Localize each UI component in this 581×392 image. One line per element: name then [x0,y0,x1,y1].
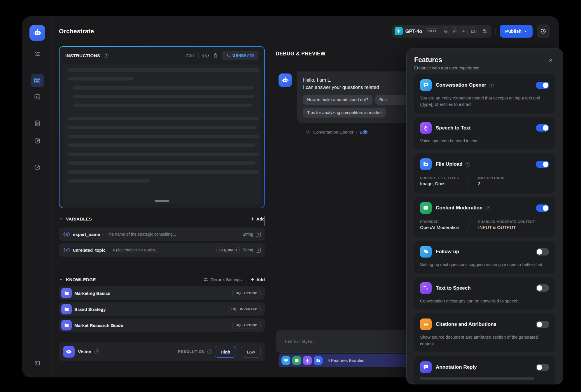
help-icon[interactable]: ? [489,83,494,88]
content-moderation-toggle[interactable] [536,204,549,212]
knowledge-badge: HQ · INVERTED [228,306,261,312]
model-selector[interactable]: GPT-4o CHAT [392,25,491,38]
variable-insert-icon[interactable]: {x} [202,53,209,58]
sidebar [22,16,52,377]
resize-handle[interactable] [155,200,169,202]
knowledge-badge: HQ · HYBRID [232,290,261,296]
variable-icon: {x} [63,248,70,252]
eye-icon [63,346,75,358]
string-type-icon: T [256,232,261,237]
file-upload-icon [420,158,432,170]
help-icon[interactable]: ? [486,206,490,210]
publish-button[interactable]: Publish [500,25,533,38]
history-button[interactable] [537,24,550,38]
knowledge-section-header: KNOWLEDGE Rerank Settings Add [59,274,265,285]
conversation-opener-toggle[interactable] [536,82,549,89]
sidebar-collapse-button[interactable] [31,356,44,370]
rerank-settings-button[interactable]: Rerank Settings [203,277,242,282]
follow-up-toggle[interactable] [536,248,549,256]
feature-card-text-to-speech: Text to Speech Conversation messages can… [414,277,555,309]
variable-row[interactable]: {x} expert_name · The name of the strate… [59,228,265,241]
sidebar-item-annotations[interactable] [31,134,44,148]
speech-to-text-toggle[interactable] [536,124,549,132]
generate-button[interactable]: GENERATE [222,51,258,60]
variable-desc: A placeholder for topics... [112,248,214,252]
variable-type: String [242,232,253,237]
knowledge-badge: HQ · HYBRID [232,322,261,328]
separator: · [103,232,104,237]
citations-toggle[interactable] [536,321,549,328]
folder-icon [61,304,72,314]
scrollbar-thumb[interactable] [264,216,265,226]
sidebar-item-orchestrate[interactable] [31,47,44,61]
separator: · [108,247,110,253]
resolution-low-button[interactable]: Low [241,346,261,358]
help-icon[interactable]: ? [466,162,470,167]
moderation-icon [420,202,432,214]
variable-type: String [242,248,253,252]
feature-title: Follow-up [436,249,459,255]
model-params-icon[interactable] [482,28,488,34]
help-icon[interactable]: ? [94,349,99,354]
variables-section-header: VARIABLES Add [59,214,265,224]
knowledge-name: Marketing Basics [74,291,110,296]
annotation-reply-toggle[interactable] [536,364,549,371]
variable-row[interactable]: {x} unrelated_topic · A placeholder for … [59,243,265,257]
help-icon[interactable]: ? [207,349,212,354]
model-mode-badge: CHAT [425,28,439,34]
feature-title: Annotation Reply [436,364,477,370]
suggestion-chip[interactable]: Bes [375,95,408,105]
sidebar-item-monitoring[interactable] [31,161,44,174]
feature-card-speech-to-text: Speech to Text Voice input can be used i… [414,117,555,149]
knowledge-item[interactable]: Brand Strategy HQ · INVERTED [59,302,265,316]
vision-card: Vision ? RESOLUTION ? High Low [59,342,265,361]
close-icon[interactable]: ✕ [546,56,555,65]
mic-icon [420,122,432,134]
chevron-down-icon[interactable] [59,217,63,221]
file-upload-toggle[interactable] [536,161,549,168]
resolution-high-button[interactable]: High [215,346,236,358]
instructions-editor[interactable] [63,64,261,204]
separator: · [356,130,357,134]
help-icon[interactable]: ? [104,53,108,58]
bot-avatar [279,74,292,87]
required-badge: REQUIRED [216,247,240,253]
suggestion-chip[interactable]: How to make a brand stand out? [303,95,372,105]
feature-desc: Conversation messages can be converted t… [420,298,549,304]
chat-opener-icon [306,130,311,134]
instructions-panel: INSTRUCTIONS ? 2182 {x} GENERATE [59,46,265,208]
sidebar-item-app-preview[interactable] [31,74,44,87]
knowledge-item[interactable]: Marketing Basics HQ · HYBRID [59,286,265,300]
feature-title: Content Moderation [436,205,483,211]
knowledge-item[interactable]: Market Research Guide HQ · HYBRID [59,318,265,332]
stat-support-file-types: SUPPORT FILE TYPES Image, Docs [420,176,459,186]
app-logo[interactable] [29,25,45,41]
openai-icon [395,27,403,35]
edit-opener-link[interactable]: Edit [360,130,368,134]
chevron-down-icon [524,29,527,33]
text-to-speech-icon [420,282,432,294]
clipboard-icon[interactable] [213,53,218,58]
sidebar-item-logs[interactable] [31,117,44,130]
terminal-icon [34,93,41,100]
sparkles-icon [225,53,230,58]
knowledge-name: Market Research Guide [74,323,123,328]
edit-icon [34,137,41,144]
add-variable-button[interactable]: Add [250,216,265,221]
text-to-speech-toggle[interactable] [536,284,549,292]
feature-card-citations: Citations and Attributions Show source d… [414,313,555,352]
sidebar-item-api[interactable] [31,90,44,104]
feature-card-content-moderation: Content Moderation ? PROVIDER OpenAI Mod… [414,197,555,237]
vision-capability-icon [442,27,449,35]
knowledge-name: Brand Strategy [74,307,106,312]
feature-title: Speech to Text [436,125,471,131]
stat-divider [466,174,471,188]
chevron-down-icon[interactable] [59,277,63,282]
knowledge-title: KNOWLEDGE [66,277,96,282]
add-knowledge-button[interactable]: Add [250,277,265,282]
robot-icon [281,76,289,84]
stat-max-uploads: MAX UPLOADS 3 [478,176,504,186]
suggestion-chip[interactable]: Tips for analyzing competitors in market [303,108,386,118]
feature-card-conversation-opener: Conversation Opener ? You are an entity … [414,74,555,113]
sidebar-divider [32,154,43,154]
